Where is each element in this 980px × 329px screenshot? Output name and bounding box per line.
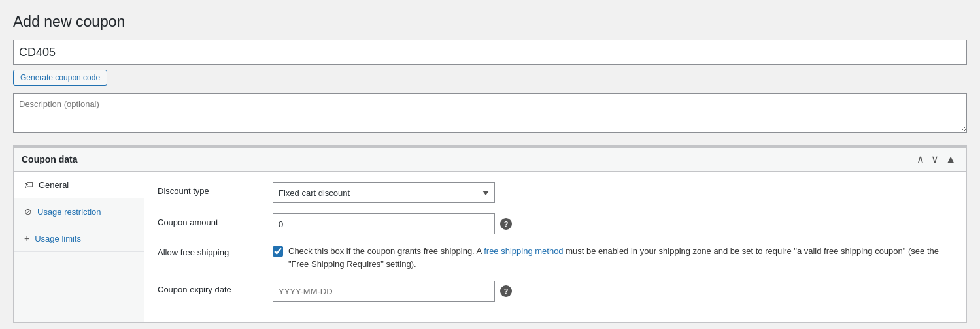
usage-restriction-icon: ⊘ [24,206,32,217]
coupon-code-input[interactable] [13,40,967,65]
coupon-data-body: 🏷 General ⊘ Usage restriction + Usage li… [14,172,966,322]
panel-down-button[interactable]: ∨ [928,153,941,166]
free-shipping-control: Check this box if the coupon grants free… [273,245,953,270]
coupon-amount-input[interactable] [273,213,495,234]
free-shipping-method-link[interactable]: free shipping method [484,246,563,256]
tab-general-label: General [39,180,69,190]
coupon-tabs: 🏷 General ⊘ Usage restriction + Usage li… [14,172,144,322]
coupon-fields: Discount type Fixed cart discount Percen… [144,172,966,322]
free-shipping-label: Allow free shipping [158,245,262,257]
expiry-date-label: Coupon expiry date [158,281,262,294]
coupon-data-title: Coupon data [22,154,78,164]
panel-controls: ∧ ∨ ▲ [914,153,958,166]
expiry-date-control: ? [273,281,953,302]
free-shipping-text: Check this box if the coupon grants free… [288,245,953,270]
expiry-date-help-icon[interactable]: ? [500,285,512,297]
panel-close-button[interactable]: ▲ [943,153,958,166]
expiry-date-input[interactable] [273,281,495,302]
coupon-amount-label: Coupon amount [158,213,262,227]
usage-limits-icon: + [24,233,29,243]
coupon-data-panel: Coupon data ∧ ∨ ▲ 🏷 General ⊘ Usage rest… [13,145,967,323]
coupon-data-header: Coupon data ∧ ∨ ▲ [14,148,966,172]
tab-general[interactable]: 🏷 General [14,172,144,198]
generate-coupon-button[interactable]: Generate coupon code [13,70,107,86]
expiry-date-row: Coupon expiry date ? [158,281,953,302]
page-title: Add new coupon [13,13,967,31]
panel-up-button[interactable]: ∧ [914,153,927,166]
coupon-amount-help-icon[interactable]: ? [500,218,512,230]
free-shipping-row: Allow free shipping Check this box if th… [158,245,953,270]
discount-type-row: Discount type Fixed cart discount Percen… [158,182,953,203]
general-icon: 🏷 [24,180,33,190]
discount-type-select[interactable]: Fixed cart discount Percentage discount … [273,182,495,203]
discount-type-control: Fixed cart discount Percentage discount … [273,182,953,203]
coupon-amount-control: ? [273,213,953,234]
coupon-amount-row: Coupon amount ? [158,213,953,234]
tab-usage-limits[interactable]: + Usage limits [14,225,144,252]
discount-type-label: Discount type [158,182,262,196]
description-textarea[interactable] [13,93,967,133]
tab-usage-restriction-label: Usage restriction [37,207,101,217]
tab-usage-restriction[interactable]: ⊘ Usage restriction [14,198,144,225]
free-shipping-checkbox[interactable] [273,246,283,257]
tab-usage-limits-label: Usage limits [35,234,81,243]
